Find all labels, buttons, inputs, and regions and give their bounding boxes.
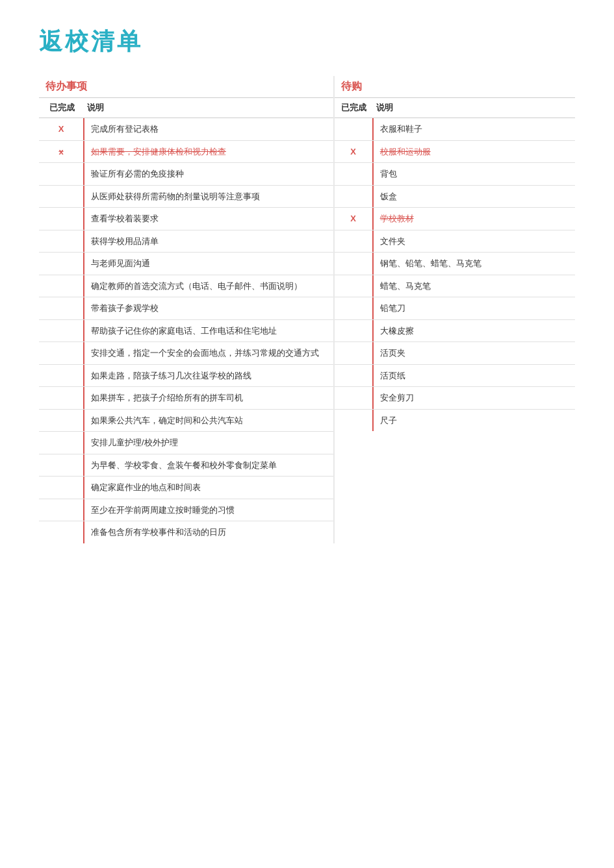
right-cell-done (335, 253, 374, 275)
right-cell-done (335, 230, 374, 253)
left-table-row: 如果走路，陪孩子练习几次往返学校的路线 (39, 365, 333, 388)
right-cell-desc: 饭盒 (374, 186, 575, 208)
right-table-row: 饭盒 (335, 186, 575, 208)
left-cell-desc: 为早餐、学校零食、盒装午餐和校外零食制定菜单 (84, 454, 333, 477)
left-cell-desc: 如果拼车，把孩子介绍给所有的拼车司机 (84, 387, 333, 409)
left-cell-done (39, 432, 84, 454)
right-col-done-header: 已完成 (335, 102, 374, 114)
right-section: 待购 已完成 说明 衣服和鞋子X校服和运动服背包饭盒X学校教材文件夹钢笔、铅笔、… (335, 76, 575, 543)
left-table-row: 安排交通，指定一个安全的会面地点，并练习常规的交通方式 (39, 342, 333, 365)
x-mark: X (350, 214, 356, 223)
left-cell-done (39, 320, 84, 342)
left-cell-desc: 帮助孩子记住你的家庭电话、工作电话和住宅地址 (84, 320, 333, 342)
left-cell-done (39, 253, 84, 275)
right-cell-done (335, 410, 374, 432)
left-cell-desc: 安排儿童护理/校外护理 (84, 432, 333, 454)
left-cell-done (39, 230, 84, 253)
main-layout: 待办事项 已完成 说明 X完成所有登记表格x如果需要，安排健康体检和视力检查验证… (39, 76, 575, 543)
right-cell-done (335, 320, 374, 342)
right-table-row: 背包 (335, 163, 575, 186)
x-mark: x (58, 147, 63, 156)
right-cell-desc: 校服和运动服 (374, 141, 575, 163)
left-table-row: 确定教师的首选交流方式（电话、电子邮件、书面说明） (39, 275, 333, 298)
right-cell-desc: 活页纸 (374, 365, 575, 387)
left-table-row: 准备包含所有学校事件和活动的日历 (39, 521, 333, 543)
left-cell-done (39, 387, 84, 409)
right-table-row: 铅笔刀 (335, 297, 575, 320)
left-cell-done (39, 275, 84, 297)
left-cell-done (39, 342, 84, 364)
left-table-row: 至少在开学前两周建立按时睡觉的习惯 (39, 499, 333, 522)
left-cell-desc: 完成所有登记表格 (84, 118, 333, 140)
left-table-row: 带着孩子参观学校 (39, 297, 333, 320)
left-cell-done (39, 186, 84, 208)
left-cell-done (39, 365, 84, 387)
left-cell-done (39, 208, 84, 230)
right-cell-desc: 蜡笔、马克笔 (374, 275, 575, 297)
right-cell-done (335, 186, 374, 208)
left-cell-desc: 从医师处获得所需药物的剂量说明等注意事项 (84, 186, 333, 208)
right-cell-desc: 大橡皮擦 (374, 320, 575, 342)
left-table-row: 为早餐、学校零食、盒装午餐和校外零食制定菜单 (39, 454, 333, 477)
right-table-row: 文件夹 (335, 230, 575, 253)
right-table-row: 钢笔、铅笔、蜡笔、马克笔 (335, 253, 575, 275)
right-table-body: 衣服和鞋子X校服和运动服背包饭盒X学校教材文件夹钢笔、铅笔、蜡笔、马克笔蜡笔、马… (335, 118, 575, 431)
x-mark: X (58, 124, 64, 134)
left-table-row: 如果拼车，把孩子介绍给所有的拼车司机 (39, 387, 333, 410)
left-cell-done (39, 297, 84, 319)
left-cell-desc: 与老师见面沟通 (84, 253, 333, 275)
right-cell-done (335, 118, 374, 140)
left-cell-done: x (39, 141, 84, 163)
left-section: 待办事项 已完成 说明 X完成所有登记表格x如果需要，安排健康体检和视力检查验证… (39, 76, 335, 543)
right-table-row: 蜡笔、马克笔 (335, 275, 575, 298)
right-cell-done (335, 387, 374, 409)
left-cell-done (39, 410, 84, 432)
left-cell-done (39, 454, 84, 477)
left-table-body: X完成所有登记表格x如果需要，安排健康体检和视力检查验证所有必需的免疫接种从医师… (39, 118, 333, 543)
right-cell-desc: 背包 (374, 163, 575, 185)
right-table-row: X校服和运动服 (335, 141, 575, 164)
left-table-row: X完成所有登记表格 (39, 118, 333, 141)
x-mark: X (350, 147, 356, 156)
left-cell-desc: 至少在开学前两周建立按时睡觉的习惯 (84, 499, 333, 521)
left-table-row: x如果需要，安排健康体检和视力检查 (39, 141, 333, 164)
right-cell-done (335, 365, 374, 387)
left-section-header: 待办事项 (39, 76, 333, 97)
right-cell-desc: 铅笔刀 (374, 297, 575, 319)
right-cell-done (335, 342, 374, 364)
right-cell-done (335, 163, 374, 185)
right-cell-desc: 钢笔、铅笔、蜡笔、马克笔 (374, 253, 575, 275)
left-col-done-header: 已完成 (39, 102, 84, 114)
left-cell-desc: 如果乘公共汽车，确定时间和公共汽车站 (84, 410, 333, 432)
left-cell-done (39, 521, 84, 543)
left-cell-done (39, 477, 84, 499)
left-table-header: 已完成 说明 (39, 97, 333, 118)
right-table-row: 衣服和鞋子 (335, 118, 575, 141)
left-cell-done: X (39, 118, 84, 140)
left-cell-desc: 确定家庭作业的地点和时间表 (84, 477, 333, 499)
right-cell-done (335, 297, 374, 319)
left-cell-done (39, 163, 84, 185)
left-cell-done (39, 499, 84, 521)
right-table-row: 大橡皮擦 (335, 320, 575, 343)
left-table-row: 与老师见面沟通 (39, 253, 333, 275)
right-cell-desc: 尺子 (374, 410, 575, 432)
left-col-desc-header: 说明 (84, 102, 333, 114)
right-cell-desc: 衣服和鞋子 (374, 118, 575, 140)
left-cell-desc: 获得学校用品清单 (84, 230, 333, 253)
right-cell-desc: 安全剪刀 (374, 387, 575, 409)
left-cell-desc: 验证所有必需的免疫接种 (84, 163, 333, 185)
left-table-row: 如果乘公共汽车，确定时间和公共汽车站 (39, 410, 333, 432)
right-table-row: X学校教材 (335, 208, 575, 230)
right-section-header: 待购 (335, 76, 575, 97)
right-cell-desc: 学校教材 (374, 208, 575, 230)
right-cell-done (335, 275, 374, 297)
left-cell-desc: 确定教师的首选交流方式（电话、电子邮件、书面说明） (84, 275, 333, 297)
left-cell-desc: 安排交通，指定一个安全的会面地点，并练习常规的交通方式 (84, 342, 333, 364)
left-table-row: 查看学校着装要求 (39, 208, 333, 230)
right-cell-done: X (335, 141, 374, 163)
left-table-row: 获得学校用品清单 (39, 230, 333, 253)
right-col-desc-header: 说明 (374, 102, 575, 114)
left-cell-desc: 带着孩子参观学校 (84, 297, 333, 319)
right-table-row: 尺子 (335, 410, 575, 432)
